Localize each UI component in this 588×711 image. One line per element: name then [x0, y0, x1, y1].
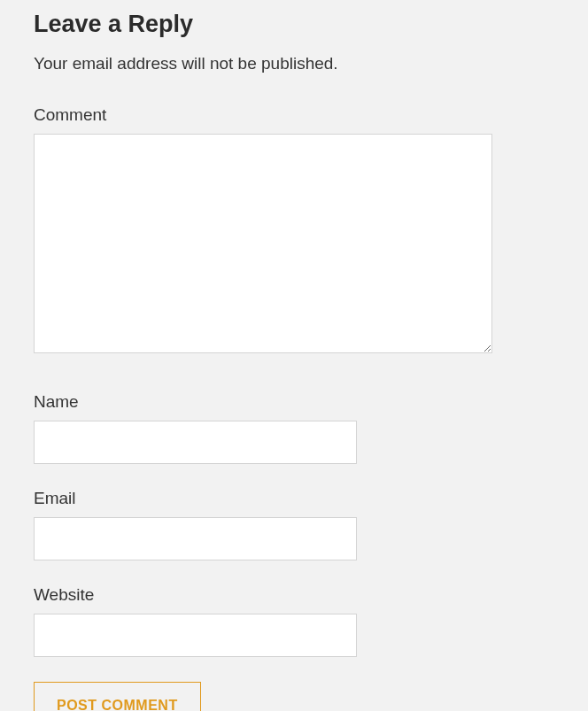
page-title: Leave a Reply [34, 11, 554, 38]
comment-label: Comment [34, 105, 554, 125]
form-subtitle: Your email address will not be published… [34, 54, 554, 73]
name-input[interactable] [34, 421, 357, 464]
email-label: Email [34, 489, 554, 508]
comment-textarea[interactable] [34, 134, 492, 353]
name-field-group: Name [34, 392, 554, 464]
name-label: Name [34, 392, 554, 412]
website-input[interactable] [34, 614, 357, 657]
website-field-group: Website [34, 585, 554, 657]
post-comment-button[interactable]: POST COMMENT [34, 682, 201, 711]
email-input[interactable] [34, 517, 357, 560]
comment-field-group: Comment [34, 105, 554, 357]
email-field-group: Email [34, 489, 554, 560]
website-label: Website [34, 585, 554, 605]
